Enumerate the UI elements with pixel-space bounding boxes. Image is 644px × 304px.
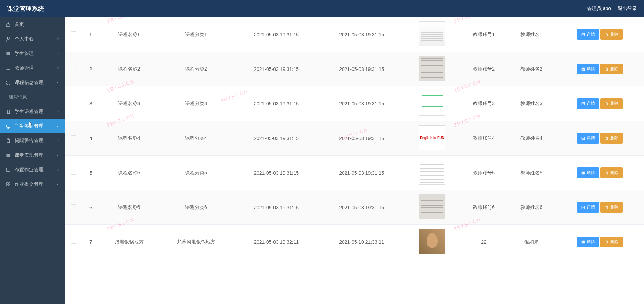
teacher-name-cell: 但如果: [508, 225, 555, 259]
course-thumbnail[interactable]: [419, 125, 445, 150]
detail-button[interactable]: 详情: [577, 64, 599, 74]
header-right: 管理员 abo 退出登录: [587, 6, 637, 12]
sidebar-item[interactable]: 首页: [0, 17, 65, 32]
course-category-cell: 课程分类6: [158, 190, 233, 225]
detail-button[interactable]: 详情: [577, 237, 599, 247]
sidebar-item[interactable]: 学生管理: [0, 46, 65, 61]
sidebar-item-label: 作业提交管理: [15, 181, 44, 187]
row-checkbox[interactable]: [71, 66, 76, 71]
detail-button[interactable]: 详情: [577, 29, 599, 40]
chevron-down-icon: [56, 66, 59, 70]
detail-button[interactable]: 详情: [577, 98, 599, 109]
home-icon: [6, 22, 11, 27]
sidebar-item[interactable]: 作业提交管理: [0, 177, 65, 192]
detail-button[interactable]: 详情: [577, 167, 599, 178]
sidebar-item-label: 学生课程管理: [15, 109, 44, 115]
thumbnail-cell: [404, 190, 460, 225]
delete-button[interactable]: 删除: [600, 167, 623, 178]
row-checkbox[interactable]: [71, 239, 76, 244]
delete-button-label: 删除: [610, 31, 618, 37]
delete-button[interactable]: 删除: [600, 202, 623, 213]
sidebar-item[interactable]: 教师管理: [0, 61, 65, 75]
index-cell: 4: [82, 121, 99, 156]
sidebar-item-label: 个人中心: [15, 36, 34, 42]
main-content: 1课程名称12BYSJ.CN课程分类12021-05-03 19:31:1520…: [65, 17, 644, 304]
row-checkbox[interactable]: [71, 204, 76, 209]
table-row: 2课程名称2课程分类22021-05-03 19:31:152021-05-03…: [65, 52, 644, 86]
course-category-cell: 课程分类3: [158, 86, 233, 121]
svg-rect-19: [9, 183, 10, 184]
trash-icon: [605, 67, 609, 71]
detail-button-label: 详情: [587, 239, 595, 245]
monitor-icon: [6, 123, 11, 129]
admin-label[interactable]: 管理员 abo: [587, 6, 611, 12]
detail-button[interactable]: 详情: [577, 202, 599, 213]
teacher-id-cell: 教师账号6: [460, 190, 508, 225]
teacher-id-cell: 教师账号2: [460, 52, 508, 86]
delete-button-label: 删除: [610, 101, 618, 107]
course-thumbnail[interactable]: [419, 21, 445, 46]
header: 课堂管理系统 管理员 abo 退出登录: [0, 0, 644, 17]
table-row: 4课程名称42BYSJ.CN课程分类42021-05-03 19:31:1520…: [65, 121, 644, 156]
sidebar-item[interactable]: 学生课程管理: [0, 104, 65, 119]
time2-cell: 2021-05-10 21:33:11: [319, 225, 404, 259]
course-thumbnail[interactable]: [419, 160, 445, 185]
delete-button[interactable]: 删除: [600, 98, 623, 109]
sidebar-item[interactable]: 课堂表现管理: [0, 148, 65, 163]
row-checkbox[interactable]: [71, 101, 76, 105]
teacher-name-cell: 教师姓名4: [508, 121, 555, 156]
delete-button[interactable]: 删除: [600, 29, 623, 40]
row-checkbox[interactable]: [71, 31, 76, 36]
teacher-name-cell: 教师姓名1: [508, 17, 555, 52]
sidebar-item[interactable]: 学生签到管理: [0, 119, 65, 133]
doc-icon: [581, 240, 585, 244]
course-name-cell: 课程名称5: [99, 156, 158, 190]
course-name-cell: 跟电饭锅地方2BYSJ.CN: [99, 225, 158, 259]
delete-button-label: 删除: [610, 204, 618, 210]
thumbnail-cell: [404, 121, 460, 156]
row-checkbox[interactable]: [71, 135, 76, 140]
time2-cell: 2021-05-03 19:31:15: [319, 52, 404, 86]
detail-button[interactable]: 详情: [577, 133, 599, 144]
detail-button-label: 详情: [587, 204, 595, 210]
trash-icon: [605, 102, 609, 106]
detail-button-label: 详情: [587, 31, 595, 37]
course-thumbnail[interactable]: [419, 194, 445, 219]
sidebar-item[interactable]: 个人中心: [0, 32, 65, 46]
course-thumbnail[interactable]: [419, 56, 445, 81]
delete-button-label: 删除: [610, 135, 618, 141]
course-thumbnail[interactable]: [419, 229, 445, 254]
list-icon: [6, 51, 11, 56]
sidebar-sub-item[interactable]: 课程信息: [0, 90, 65, 104]
delete-button[interactable]: 删除: [600, 237, 623, 247]
sidebar-item[interactable]: 提醒警告管理: [0, 133, 65, 148]
delete-button-label: 删除: [610, 239, 618, 245]
delete-button-label: 删除: [610, 66, 618, 72]
expand-icon: [6, 80, 11, 85]
course-thumbnail[interactable]: [419, 91, 445, 116]
sidebar-item-label: 教师管理: [15, 65, 34, 71]
chevron-down-icon: [56, 110, 59, 113]
sidebar-item[interactable]: 布置作业管理: [0, 163, 65, 177]
delete-button[interactable]: 删除: [600, 64, 623, 74]
doc-icon: [581, 33, 585, 37]
time1-cell: 2021-05-03 19:31:15: [234, 52, 319, 86]
row-checkbox[interactable]: [71, 170, 76, 175]
delete-button[interactable]: 删除: [600, 133, 623, 144]
teacher-name-cell: 教师姓名2: [508, 52, 555, 86]
checkbox-cell: [65, 190, 82, 225]
svg-rect-7: [7, 110, 10, 114]
sidebar-item[interactable]: 课程信息管理: [0, 75, 65, 90]
square-icon: [6, 167, 11, 173]
index-cell: 6: [82, 190, 99, 225]
teacher-id-cell: 教师账号5: [460, 156, 508, 190]
svg-rect-21: [9, 185, 10, 186]
course-category-cell: 课程分类1: [158, 17, 233, 52]
doc-icon: [581, 67, 585, 71]
thumbnail-cell: [404, 86, 460, 121]
trash-icon: [605, 171, 609, 175]
logout-link[interactable]: 退出登录: [618, 6, 637, 12]
course-category-cell: 课程分类2: [158, 52, 233, 86]
sidebar-item-label: 课堂表现管理: [15, 152, 44, 158]
course-category-cell: 课程分类4: [158, 121, 233, 156]
